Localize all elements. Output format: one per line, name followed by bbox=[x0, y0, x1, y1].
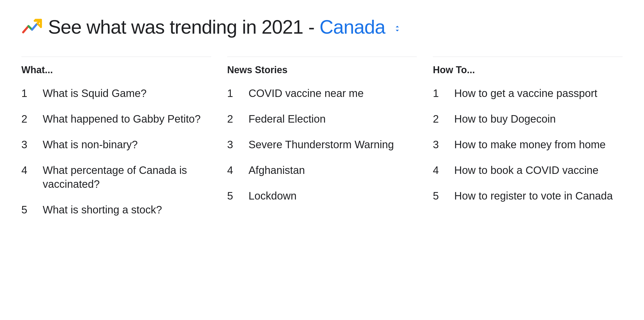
trend-label: How to make money from home bbox=[454, 138, 606, 151]
trend-rank: 2 bbox=[433, 112, 443, 126]
page-title: See what was trending in 2021 - Canada bbox=[48, 16, 402, 38]
list-item[interactable]: 3How to make money from home bbox=[433, 138, 623, 151]
trend-rank: 4 bbox=[227, 163, 238, 177]
column-howto: How To...1How to get a vaccine passport2… bbox=[433, 57, 623, 228]
trend-label: What is Squid Game? bbox=[43, 86, 147, 100]
list-item[interactable]: 3Severe Thunderstorm Warning bbox=[227, 138, 417, 151]
svg-line-0 bbox=[23, 26, 29, 32]
list-item[interactable]: 1COVID vaccine near me bbox=[227, 86, 417, 100]
trend-rank: 4 bbox=[21, 163, 32, 177]
trend-rank: 2 bbox=[21, 112, 32, 126]
list-item[interactable]: 1What is Squid Game? bbox=[21, 86, 211, 100]
list-item[interactable]: 1How to get a vaccine passport bbox=[433, 86, 623, 100]
svg-line-2 bbox=[32, 24, 37, 30]
column-header-howto: How To... bbox=[433, 64, 623, 76]
trend-label: How to register to vote in Canada bbox=[454, 189, 613, 203]
trend-label: How to get a vaccine passport bbox=[454, 86, 597, 100]
trend-rank: 1 bbox=[227, 86, 238, 100]
trend-list-news: 1COVID vaccine near me2Federal Election3… bbox=[227, 86, 417, 203]
trend-label: Severe Thunderstorm Warning bbox=[249, 138, 394, 151]
list-item[interactable]: 3What is non-binary? bbox=[21, 138, 211, 151]
country-selector[interactable]: Canada bbox=[320, 16, 385, 38]
trending-columns: What...1What is Squid Game?2What happene… bbox=[21, 57, 623, 228]
trend-rank: 5 bbox=[227, 189, 238, 203]
trend-rank: 3 bbox=[433, 138, 443, 151]
list-item[interactable]: 2What happened to Gabby Petito? bbox=[21, 112, 211, 126]
list-item[interactable]: 4What percentage of Canada is vaccinated… bbox=[21, 163, 211, 191]
trend-label: How to book a COVID vaccine bbox=[454, 163, 598, 177]
trend-rank: 5 bbox=[21, 203, 32, 217]
trend-label: How to buy Dogecoin bbox=[454, 112, 556, 126]
column-news: News Stories1COVID vaccine near me2Feder… bbox=[227, 57, 417, 228]
list-item[interactable]: 2How to buy Dogecoin bbox=[433, 112, 623, 126]
list-item[interactable]: 2Federal Election bbox=[227, 112, 417, 126]
trend-rank: 2 bbox=[227, 112, 238, 126]
trend-label: What is shorting a stock? bbox=[43, 203, 162, 217]
list-item[interactable]: 4How to book a COVID vaccine bbox=[433, 163, 623, 177]
trend-label: Lockdown bbox=[249, 189, 297, 203]
column-header-news: News Stories bbox=[227, 64, 417, 76]
trend-rank: 3 bbox=[227, 138, 238, 151]
list-item[interactable]: 4Afghanistan bbox=[227, 163, 417, 177]
list-item[interactable]: 5What is shorting a stock? bbox=[21, 203, 211, 217]
trend-rank: 4 bbox=[433, 163, 443, 177]
title-prefix: See what was trending in 2021 - bbox=[48, 16, 315, 38]
list-item[interactable]: 5Lockdown bbox=[227, 189, 417, 203]
trend-label: Federal Election bbox=[249, 112, 326, 126]
trend-label: What is non-binary? bbox=[43, 138, 138, 151]
list-item[interactable]: 5How to register to vote in Canada bbox=[433, 189, 623, 203]
country-sort-icon[interactable] bbox=[392, 24, 402, 33]
trend-rank: 1 bbox=[433, 86, 443, 100]
trend-label: What percentage of Canada is vaccinated? bbox=[43, 163, 211, 191]
trend-label: What happened to Gabby Petito? bbox=[43, 112, 201, 126]
trend-rank: 5 bbox=[433, 189, 443, 203]
trend-label: COVID vaccine near me bbox=[249, 86, 364, 100]
trend-label: Afghanistan bbox=[249, 163, 305, 177]
trend-list-what: 1What is Squid Game?2What happened to Ga… bbox=[21, 86, 211, 217]
trend-rank: 3 bbox=[21, 138, 32, 151]
column-header-what: What... bbox=[21, 64, 211, 76]
trend-rank: 1 bbox=[21, 86, 32, 100]
column-what: What...1What is Squid Game?2What happene… bbox=[21, 57, 211, 228]
trending-icon bbox=[21, 16, 43, 38]
trend-list-howto: 1How to get a vaccine passport2How to bu… bbox=[433, 86, 623, 203]
page-header: See what was trending in 2021 - Canada bbox=[21, 16, 623, 41]
